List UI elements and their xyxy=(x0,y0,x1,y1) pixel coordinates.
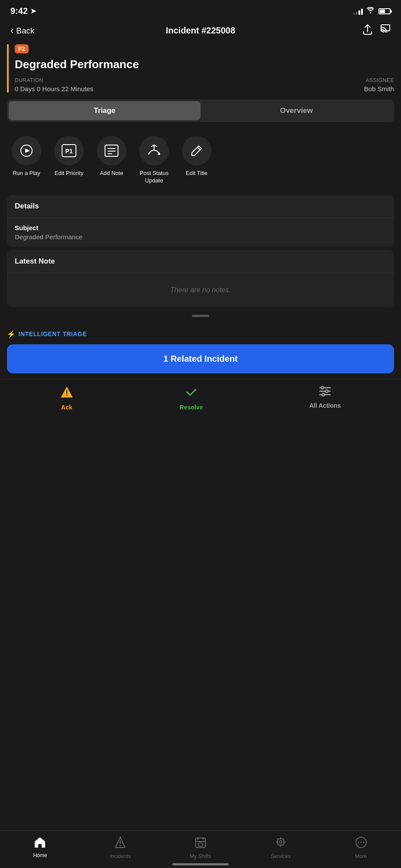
nav-actions xyxy=(296,24,391,37)
subject-value: Degraded Performance xyxy=(15,233,386,241)
battery-icon xyxy=(378,8,391,14)
back-label: Back xyxy=(16,26,34,36)
bottom-action-bar: ! Ack Resolve All Actions xyxy=(0,379,401,414)
svg-point-34 xyxy=(358,842,359,843)
edit-priority-button[interactable]: P1 Edit Priority xyxy=(49,136,89,185)
priority-badge: P2 xyxy=(15,44,29,53)
details-card: Details Subject Degraded Performance xyxy=(7,195,394,247)
run-play-icon-circle xyxy=(12,136,41,165)
nav-header: ‹ Back Incident #225008 xyxy=(0,20,401,44)
duration-label: DURATION xyxy=(15,77,93,83)
resolve-label: Resolve xyxy=(180,404,203,411)
svg-point-36 xyxy=(363,842,364,843)
svg-line-10 xyxy=(197,147,200,150)
intelligent-triage-label: ⚡ INTELLIGENT TRIAGE xyxy=(7,330,394,338)
tab-bar-more[interactable]: More xyxy=(344,836,378,859)
home-indicator xyxy=(172,863,229,865)
all-actions-button[interactable]: All Actions xyxy=(309,386,341,411)
edit-title-label: Edit Title xyxy=(186,170,207,177)
all-actions-label: All Actions xyxy=(309,402,341,409)
more-tab-label: More xyxy=(355,853,367,859)
add-note-button[interactable]: Add Note xyxy=(92,136,131,185)
details-section-header: Details xyxy=(7,195,394,218)
edit-priority-icon-circle: P1 xyxy=(54,136,84,165)
svg-marker-2 xyxy=(25,149,30,153)
page-title: Incident #225008 xyxy=(105,26,296,36)
intelligent-triage-section: ⚡ INTELLIGENT TRIAGE 1 Related Incident xyxy=(0,321,401,379)
home-tab-label: Home xyxy=(33,852,47,858)
back-chevron-icon: ‹ xyxy=(10,25,13,36)
incident-meta: DURATION 0 Days 0 Hours 22 Minutes ASSIG… xyxy=(15,77,394,92)
tab-bar: Home Incidents My Shifts xyxy=(0,831,401,868)
resolve-icon xyxy=(185,386,197,401)
edit-title-button[interactable]: Edit Title xyxy=(177,136,216,185)
ack-icon: ! xyxy=(60,386,73,401)
all-actions-icon xyxy=(319,386,331,399)
duration-value: 0 Days 0 Hours 22 Minutes xyxy=(15,85,93,92)
tab-bar-my-shifts[interactable]: My Shifts xyxy=(183,836,218,859)
edit-title-icon-circle xyxy=(182,136,211,165)
post-status-icon-circle xyxy=(139,136,169,165)
assignee-section: ASSIGNEE Bob Smith xyxy=(364,77,394,92)
wifi-icon xyxy=(366,7,375,16)
latest-note-header: Latest Note xyxy=(7,250,394,273)
resolve-button[interactable]: Resolve xyxy=(180,386,203,411)
back-button[interactable]: ‹ Back xyxy=(10,25,105,36)
run-play-button[interactable]: Run a Play xyxy=(7,136,46,185)
no-notes-message: There are no notes. xyxy=(7,273,394,307)
tabs-container: Triage Overview xyxy=(7,99,394,122)
tab-triage[interactable]: Triage xyxy=(9,101,200,120)
ack-label: Ack xyxy=(61,404,72,411)
svg-point-32 xyxy=(279,841,282,843)
tab-bar-incidents[interactable]: Incidents xyxy=(103,836,138,859)
share-button[interactable] xyxy=(363,24,372,37)
scroll-indicator xyxy=(0,310,401,321)
home-icon xyxy=(34,836,46,851)
actions-row: Run a Play P1 Edit Priority Add Note xyxy=(0,129,401,191)
svg-point-35 xyxy=(360,842,362,843)
status-bar: 9:42 ➤ xyxy=(0,0,401,20)
svg-rect-26 xyxy=(198,843,203,846)
status-time: 9:42 ➤ xyxy=(10,6,36,16)
post-status-button[interactable]: Post Status Update xyxy=(135,136,174,185)
signal-bars-icon xyxy=(353,8,363,15)
svg-rect-0 xyxy=(381,25,390,31)
related-incidents-button[interactable]: 1 Related Incident xyxy=(7,344,394,373)
scroll-pill xyxy=(192,315,209,317)
svg-text:!: ! xyxy=(66,389,68,397)
time-display: 9:42 xyxy=(10,6,28,16)
tab-bar-services[interactable]: Services xyxy=(263,836,298,859)
incident-header: P2 Degraded Performance DURATION 0 Days … xyxy=(7,44,394,92)
latest-note-card: Latest Note There are no notes. xyxy=(7,250,394,307)
more-icon xyxy=(355,836,367,851)
incident-title: Degraded Performance xyxy=(15,58,394,71)
tab-overview[interactable]: Overview xyxy=(200,101,392,120)
svg-text:P1: P1 xyxy=(65,148,72,155)
cast-button[interactable] xyxy=(380,24,391,37)
tab-bar-home[interactable]: Home xyxy=(23,836,57,859)
svg-point-17 xyxy=(325,390,328,393)
services-tab-label: Services xyxy=(271,853,291,859)
duration-section: DURATION 0 Days 0 Hours 22 Minutes xyxy=(15,77,93,92)
incidents-icon xyxy=(115,836,126,851)
status-icons xyxy=(353,7,391,16)
post-status-label: Post Status Update xyxy=(137,170,171,185)
incidents-tab-label: Incidents xyxy=(110,853,131,859)
assignee-label: ASSIGNEE xyxy=(364,77,394,83)
lightning-icon: ⚡ xyxy=(7,330,16,338)
svg-point-18 xyxy=(322,393,325,396)
svg-rect-27 xyxy=(278,839,284,845)
edit-priority-label: Edit Priority xyxy=(55,170,83,177)
services-icon xyxy=(275,836,286,851)
location-icon: ➤ xyxy=(30,7,36,15)
subject-label: Subject xyxy=(15,224,386,231)
add-note-label: Add Note xyxy=(100,170,123,177)
my-shifts-tab-label: My Shifts xyxy=(190,853,211,859)
run-play-label: Run a Play xyxy=(13,170,40,177)
svg-point-16 xyxy=(321,386,324,389)
add-note-icon-circle xyxy=(97,136,126,165)
ack-button[interactable]: ! Ack xyxy=(60,386,73,411)
svg-point-21 xyxy=(120,845,121,847)
subject-row: Subject Degraded Performance xyxy=(7,218,394,247)
assignee-value: Bob Smith xyxy=(364,85,394,92)
